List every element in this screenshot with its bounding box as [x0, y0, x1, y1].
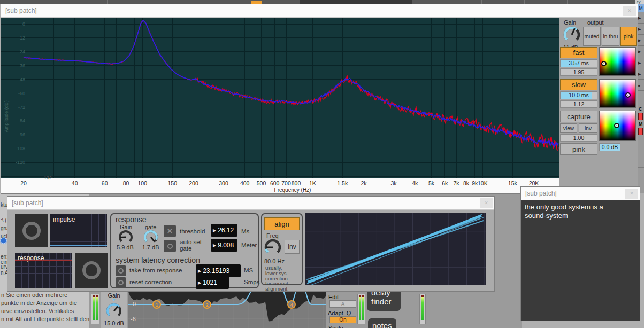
spectrum-plot[interactable]: 0-12-24-36-48-60-72-84-96-108-120Amplitu… [1, 18, 559, 193]
toolbar-divider [439, 0, 439, 4]
close-icon[interactable]: ✕ [623, 6, 636, 16]
eq-edit-button[interactable]: A [329, 300, 356, 308]
y-axis-label: Amplitude (dB) [4, 100, 9, 132]
group-divider [113, 255, 256, 255]
clip-slot[interactable]: ▶ [638, 46, 644, 57]
drag-triangle-icon: ▶ [213, 243, 216, 248]
response-dial[interactable] [75, 253, 108, 288]
drag-triangle-icon: ▶ [213, 228, 216, 233]
color-picker-fast[interactable] [599, 47, 636, 76]
response-display[interactable]: response [15, 253, 72, 288]
out-db-value: 0.0 dB [600, 144, 620, 151]
muted-button[interactable]: muted [583, 27, 601, 46]
color-picker-capture[interactable] [599, 111, 636, 141]
response-group: response Gain 5.9 dB gate -1.7 dB ✕ thre… [110, 213, 259, 288]
gate-knob[interactable] [142, 229, 159, 246]
x-tick-label: 5k [428, 180, 435, 186]
threshold-value: 26.12 [218, 227, 234, 234]
x-tick-label: 4k [412, 180, 418, 186]
impulse-dial[interactable] [15, 214, 48, 247]
autoset-unit: Meter [241, 242, 257, 248]
plot-background [1, 18, 559, 178]
notes-button[interactable]: notes [368, 318, 396, 328]
autoset-field[interactable]: ▶ 9.008 [211, 239, 237, 252]
eq-gain-value[interactable]: 15.0 dB [101, 320, 127, 326]
gain-knob-value[interactable]: 5.9 dB [117, 244, 134, 251]
scope-display[interactable] [305, 213, 486, 285]
autoset-toggle[interactable] [164, 240, 176, 252]
reset-value-field[interactable]: ▶ 1021 [196, 276, 229, 289]
capture-ratio-field[interactable]: 1.00 [560, 134, 597, 142]
eq-scale-label: Scale [328, 325, 343, 328]
slow-ratio-field[interactable]: 1.12 [560, 100, 597, 108]
empty-slot[interactable] [638, 157, 644, 168]
clip-slot[interactable]: ▶ [638, 12, 644, 24]
color-marker[interactable] [614, 123, 619, 128]
toolbar-dark-section [300, 0, 412, 4]
eq-tick-minus6: -6 [131, 316, 136, 322]
gate-knob-value[interactable]: -1.7 dB [140, 244, 159, 251]
x-tick-label: 1.5k [337, 180, 348, 186]
window-spectrum-titlebar[interactable]: [sub patch] ✕ [1, 4, 638, 18]
align-button[interactable]: align [264, 217, 300, 230]
response-gain-knob[interactable] [117, 229, 134, 246]
eq-filter-marker-label: 2 [205, 302, 208, 308]
take-value-field[interactable]: ▶ 23.15193 [196, 264, 241, 277]
align-inv-button[interactable]: inv [285, 240, 300, 254]
in-thru-button[interactable]: in thru [602, 27, 619, 46]
eq-gain-knob[interactable] [105, 302, 123, 320]
fast-ratio-field[interactable]: 1.95 [560, 68, 597, 76]
clip-slot[interactable]: ▶ [638, 68, 644, 80]
freq-knob-value[interactable]: 80.0 Hz [264, 258, 285, 264]
color-marker[interactable] [601, 61, 607, 66]
close-icon[interactable]: ✕ [625, 189, 638, 199]
x-tick-label: 400 [240, 180, 250, 186]
window-title: [sub patch] [7, 199, 480, 207]
empty-slot[interactable] [638, 146, 644, 157]
fast-ms-value: 3.57 ms [561, 60, 597, 67]
x-tick-label: 6k [442, 180, 448, 186]
color-picker-slow[interactable] [599, 79, 636, 108]
reset-correction-toggle[interactable] [116, 277, 126, 288]
pink-button[interactable]: pink [560, 143, 597, 155]
clip-slot[interactable]: ▶ [638, 24, 644, 35]
threshold-toggle[interactable]: ✕ [164, 225, 176, 237]
toolbar-divider [481, 0, 482, 4]
slow-button[interactable]: slow [560, 79, 597, 90]
fast-button[interactable]: fast [560, 47, 597, 58]
slow-ms-field[interactable]: 10.0 ms [560, 91, 597, 99]
stop-slot[interactable]: ■ [638, 80, 644, 91]
x-tick-label: 80 [123, 180, 129, 186]
take-from-response-toggle[interactable] [116, 265, 126, 276]
empty-slot[interactable] [638, 136, 644, 146]
pink-mode-button[interactable]: pink [620, 27, 637, 46]
clip-slot[interactable]: ▶ [638, 57, 644, 68]
x-tick-label: 800 [292, 180, 301, 186]
meter-bar [641, 113, 643, 120]
note-content[interactable]: the only good system is a sound-system [521, 200, 640, 321]
toolbar-fragment: ey [635, 0, 644, 4]
autoset-value: 9.008 [218, 241, 234, 249]
fast-ratio-value: 1.95 [561, 69, 597, 76]
take-value: 23.15193 [203, 267, 229, 275]
fast-ms-field[interactable]: 3.57 ms [560, 59, 597, 67]
eq-display[interactable]: 0-6124 [128, 292, 326, 328]
drag-triangle-icon: ▶ [198, 280, 201, 285]
session-track-header: M [638, 4, 644, 12]
empty-slot[interactable] [638, 168, 644, 178]
impulse-display[interactable]: impulse [50, 214, 107, 247]
close-icon[interactable]: ✕ [480, 198, 493, 208]
freq-knob[interactable] [263, 238, 282, 257]
view-button[interactable]: view [560, 123, 577, 133]
output-gain-knob[interactable] [562, 25, 581, 44]
capture-button[interactable]: capture [560, 111, 597, 122]
out-db-field[interactable]: 0.0 dB [599, 143, 620, 151]
window-tools-titlebar[interactable]: [sub patch] ✕ [7, 197, 494, 210]
window-note-titlebar[interactable]: [sub patch] ✕ [521, 187, 640, 200]
threshold-field[interactable]: ▶ 26.12 [211, 224, 237, 237]
y-tick-label: -48 [18, 77, 25, 82]
inv-button[interactable]: inv [579, 123, 597, 133]
color-marker[interactable] [625, 92, 631, 98]
clip-slot[interactable]: ▶ [638, 35, 644, 46]
eq-adaptq-button[interactable]: On [329, 316, 356, 323]
